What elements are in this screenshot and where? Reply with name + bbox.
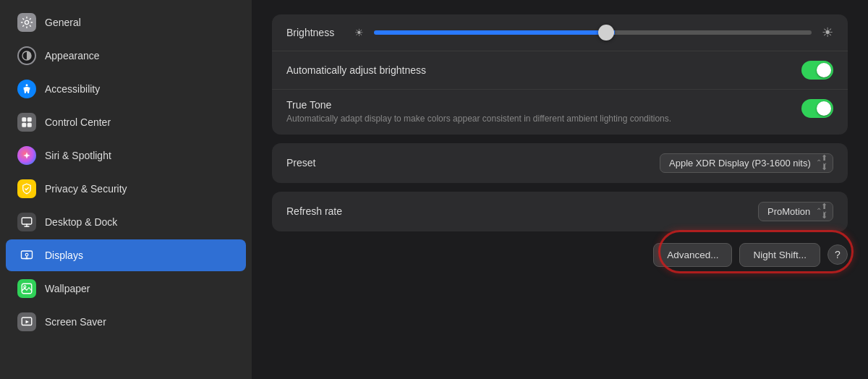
desktop-dock-icon: [17, 213, 36, 231]
svg-rect-6: [27, 123, 32, 127]
sidebar-item-appearance-label: Appearance: [45, 50, 100, 61]
sidebar-item-privacy-security-label: Privacy & Security: [45, 183, 127, 195]
auto-brightness-label: Automatically adjust brightness: [286, 64, 426, 76]
sidebar-item-accessibility-label: Accessibility: [45, 83, 100, 95]
sidebar-item-appearance[interactable]: Appearance: [6, 40, 246, 72]
svg-point-0: [25, 20, 28, 24]
true-tone-description: Automatically adapt display to make colo…: [286, 113, 671, 125]
sidebar-item-general[interactable]: General: [6, 7, 246, 38]
accessibility-icon: [17, 80, 36, 98]
true-tone-title: True Tone: [286, 99, 671, 111]
svg-rect-7: [22, 218, 32, 224]
true-tone-toggle[interactable]: [801, 99, 833, 118]
wallpaper-icon: [17, 279, 36, 298]
brightness-panel: Brightness ☀ ☀ Automatically adjust brig…: [272, 14, 848, 135]
siri-spotlight-icon: [17, 146, 36, 165]
svg-rect-5: [22, 123, 26, 127]
svg-point-2: [26, 84, 28, 86]
preset-select-wrapper: Apple XDR Display (P3-1600 nits) sRGB P3…: [660, 153, 833, 173]
sidebar-item-screen-saver-label: Screen Saver: [45, 316, 106, 328]
sidebar-item-desktop-dock-label: Desktop & Dock: [45, 216, 117, 228]
preset-label: Preset: [286, 157, 315, 169]
svg-point-9: [25, 253, 28, 256]
sidebar-item-accessibility[interactable]: Accessibility: [6, 73, 246, 105]
preset-row: Preset Apple XDR Display (P3-1600 nits) …: [272, 143, 848, 183]
help-icon: ?: [835, 249, 841, 260]
bottom-row: Advanced... Night Shift... ?: [272, 240, 848, 267]
preset-select[interactable]: Apple XDR Display (P3-1600 nits) sRGB P3…: [660, 153, 833, 173]
refresh-rate-row: Refresh rate ProMotion 60 Hz 120 Hz ⬆⬇: [272, 192, 848, 231]
main-content: Brightness ☀ ☀ Automatically adjust brig…: [252, 0, 868, 379]
help-button[interactable]: ?: [827, 244, 848, 265]
sidebar-item-siri-spotlight[interactable]: Siri & Spotlight: [6, 140, 246, 171]
sidebar-item-wallpaper-label: Wallpaper: [45, 283, 90, 294]
svg-rect-4: [27, 117, 32, 122]
sidebar-item-displays-label: Displays: [45, 250, 83, 261]
brightness-slider[interactable]: [374, 30, 812, 35]
advanced-button[interactable]: Advanced...: [653, 243, 732, 267]
brightness-thumb[interactable]: [598, 25, 614, 41]
control-center-icon: [17, 113, 36, 132]
svg-rect-3: [22, 117, 26, 122]
true-tone-text: True Tone Automatically adapt display to…: [286, 99, 671, 125]
sidebar-item-siri-spotlight-label: Siri & Spotlight: [45, 150, 111, 161]
svg-point-12: [24, 286, 26, 288]
sidebar-item-privacy-security[interactable]: Privacy & Security: [6, 173, 246, 205]
sidebar-item-wallpaper[interactable]: Wallpaper: [6, 273, 246, 305]
sidebar-item-control-center[interactable]: Control Center: [6, 106, 246, 138]
general-icon: [17, 13, 36, 32]
true-tone-row: True Tone Automatically adapt display to…: [272, 90, 848, 135]
sidebar-item-general-label: General: [45, 17, 81, 28]
sidebar-item-control-center-label: Control Center: [45, 116, 111, 128]
night-shift-button[interactable]: Night Shift...: [739, 243, 820, 267]
sidebar: General Appearance Accessibility: [0, 0, 252, 379]
brightness-row: Brightness ☀ ☀: [272, 14, 848, 51]
refresh-rate-label: Refresh rate: [286, 205, 342, 217]
screen-saver-icon: [17, 312, 36, 331]
preset-panel: Preset Apple XDR Display (P3-1600 nits) …: [272, 143, 848, 183]
displays-icon: [17, 246, 36, 265]
refresh-rate-select[interactable]: ProMotion 60 Hz 120 Hz: [758, 202, 833, 221]
brightness-label: Brightness: [286, 27, 344, 38]
auto-brightness-row: Automatically adjust brightness: [272, 51, 848, 89]
privacy-security-icon: [17, 179, 36, 198]
appearance-icon: [17, 46, 36, 65]
auto-brightness-toggle[interactable]: [801, 61, 833, 80]
refresh-rate-panel: Refresh rate ProMotion 60 Hz 120 Hz ⬆⬇: [272, 192, 848, 231]
sun-left-icon: ☀: [354, 27, 364, 38]
refresh-rate-select-wrapper: ProMotion 60 Hz 120 Hz ⬆⬇: [758, 202, 833, 221]
sidebar-item-displays[interactable]: Displays: [6, 239, 246, 271]
sidebar-item-screen-saver[interactable]: Screen Saver: [6, 306, 246, 338]
sun-right-icon: ☀: [822, 25, 833, 41]
sidebar-item-desktop-dock[interactable]: Desktop & Dock: [6, 206, 246, 238]
